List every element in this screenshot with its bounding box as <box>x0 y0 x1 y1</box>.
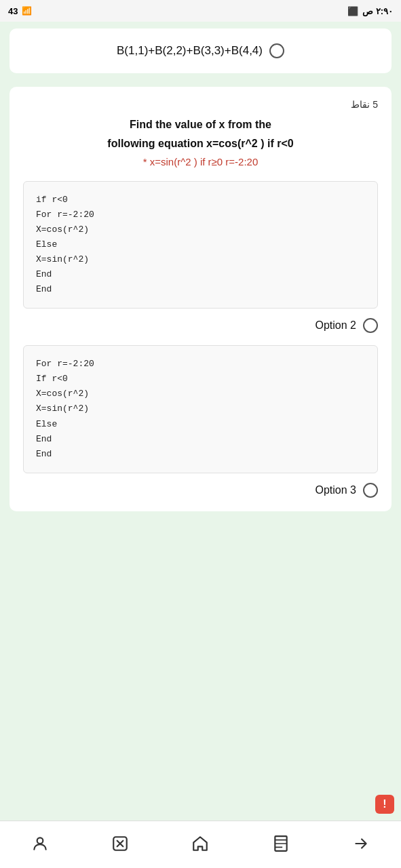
top-card: B(1,1)+B(2,2)+B(3,3)+B(4,4) <box>9 28 392 73</box>
formula-text: B(1,1)+B(2,2)+B(3,3)+B(4,4) <box>117 44 263 58</box>
book-nav-button[interactable] <box>267 830 294 857</box>
battery-level: 43 <box>8 6 18 16</box>
camera-icon: ⬛ <box>347 6 358 16</box>
option2-label: Option 2 <box>316 319 356 332</box>
arrow-right-icon <box>352 835 370 852</box>
option3-label: Option 3 <box>316 484 356 496</box>
question-line3: * x=sin(r^2 ) if r≥0 r=-2:20 <box>23 155 378 170</box>
code2-line7: End <box>36 282 365 297</box>
code2-line6: End <box>36 267 365 282</box>
status-bar: 43 📶 ⬛ ٢:٩٠ ص <box>0 0 401 22</box>
alert-badge: ! <box>375 795 394 814</box>
option2-row: Option 2 <box>23 318 378 333</box>
time-display: ٢:٩٠ ص <box>362 6 393 16</box>
option3-row: Option 3 <box>23 483 378 498</box>
status-left: 43 📶 <box>8 6 32 16</box>
home-nav-button[interactable] <box>187 830 214 857</box>
question-header: 5 نقاط <box>23 99 378 110</box>
code3-line7: End <box>36 447 365 462</box>
status-right: ⬛ ٢:٩٠ ص <box>347 6 393 16</box>
code2-line4: Else <box>36 237 365 252</box>
code2-line5: X=sin(r^2) <box>36 252 365 267</box>
svg-point-0 <box>37 837 43 844</box>
code3-line3: X=cos(r^2) <box>36 387 365 401</box>
profile-nav-button[interactable] <box>26 830 54 857</box>
next-nav-button[interactable] <box>347 830 375 857</box>
code2-line3: X=cos(r^2) <box>36 222 365 237</box>
option3-code-block: For r=-2:20 If r<0 X=cos(r^2) X=sin(r^2)… <box>23 345 378 473</box>
question-line1: Find the value of x from the <box>23 117 378 133</box>
code3-line2: If r<0 <box>36 372 365 387</box>
code3-line1: For r=-2:20 <box>36 357 365 372</box>
close-nav-button[interactable] <box>107 830 134 857</box>
code3-line6: End <box>36 432 365 447</box>
radio-option3[interactable] <box>363 483 378 498</box>
book-icon <box>272 835 290 852</box>
radio-option2[interactable] <box>363 318 378 333</box>
home-icon <box>191 835 209 852</box>
radio-option-top[interactable] <box>269 43 284 58</box>
signal-icon: 📶 <box>22 6 32 16</box>
question-number: 5 نقاط <box>351 99 378 110</box>
person-icon <box>31 835 49 852</box>
code2-line1: if r<0 <box>36 193 365 208</box>
close-x-icon <box>111 835 129 852</box>
option2-code-block: if r<0 For r=-2:20 X=cos(r^2) Else X=sin… <box>23 181 378 309</box>
code2-line2: For r=-2:20 <box>36 208 365 222</box>
bottom-nav <box>0 821 401 868</box>
question-card: 5 نقاط Find the value of x from the foll… <box>9 87 392 511</box>
code3-line5: Else <box>36 417 365 432</box>
question-line2: following equation x=cos(r^2 ) if r<0 <box>23 136 378 152</box>
code3-line4: X=sin(r^2) <box>36 401 365 416</box>
